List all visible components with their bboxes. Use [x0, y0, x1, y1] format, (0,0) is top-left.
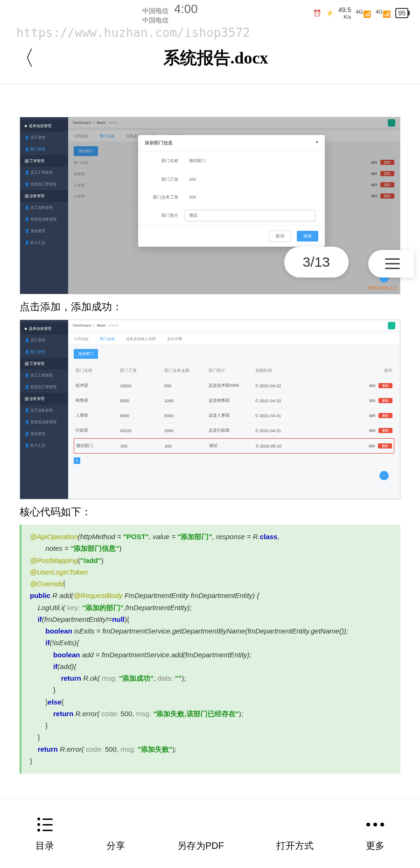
- sidebar-item[interactable]: 👤 部门管理: [20, 143, 68, 155]
- sidebar-item[interactable]: ▦ 业务管理: [20, 190, 68, 202]
- form-row: 部门工资200: [138, 171, 325, 188]
- hamburger-icon: [385, 258, 400, 269]
- back-button[interactable]: 〈: [14, 44, 35, 72]
- sidebar-title: ■ 基本信息管理: [20, 120, 68, 132]
- bottom-toolbar: 目录 分享 人 另存为PDF 打开方式 更多: [0, 798, 420, 868]
- signal-2: 4G📶: [376, 8, 391, 18]
- document-title: 系统报告.docx: [44, 47, 387, 70]
- table-row: 测试部门200200测试© 2022-05-10编辑删除: [74, 438, 394, 454]
- department-table: 部门名称部门工资部门业务金额部门简介创建时间操作 技术部19824500这是技术…: [74, 363, 394, 454]
- add-department-button[interactable]: 添加部门: [74, 349, 98, 359]
- table-row: 行政部452202000这是行政部© 2021-04-21编辑删除: [74, 423, 394, 438]
- app-sidebar: ■ 基本信息管理 👤 员工管理👤 部门管理▦ 工资管理👤 员工工资管理👤 管理员…: [20, 320, 68, 499]
- form-row: 部门业务工资200: [138, 188, 325, 206]
- form-input[interactable]: 测试: [185, 210, 315, 221]
- paragraph-1: 点击添加，添加成功：: [20, 300, 400, 314]
- save-pdf-button[interactable]: 人 另存为PDF: [177, 814, 224, 852]
- form-row: 部门名称测试部门: [138, 151, 325, 171]
- sidebar-item[interactable]: 👤 收入汇总: [20, 440, 68, 451]
- battery-icon: 95: [395, 8, 408, 18]
- table-row: 销售部83001000这是销售部© 2021-04-22编辑删除: [74, 393, 394, 408]
- sidebar-item[interactable]: 👤 系统管理: [20, 225, 68, 237]
- tab-company[interactable]: 公司信息: [74, 336, 89, 342]
- edit-button[interactable]: 编辑: [369, 414, 376, 417]
- sidebar-item[interactable]: 👤 员工工资管理: [20, 167, 68, 178]
- sidebar-item[interactable]: 👤 收入汇总: [20, 237, 68, 249]
- page-indicator: 3/13: [284, 247, 349, 277]
- tab-department[interactable]: 部门信息: [100, 336, 115, 342]
- clock-time: 4:00: [174, 2, 198, 16]
- tab-expense[interactable]: 支出详情: [167, 336, 182, 342]
- delete-button[interactable]: 删除: [378, 413, 392, 418]
- more-button[interactable]: 更多: [366, 814, 385, 852]
- form-label: 部门业务工资: [147, 194, 185, 200]
- ime-badge: 搜狗拼音输入法: [368, 285, 397, 291]
- app-topbar: Dashboard / Basic admin: [68, 320, 400, 330]
- open-with-button[interactable]: 打开方式: [276, 814, 314, 852]
- submit-button[interactable]: 添加: [297, 231, 318, 242]
- sidebar-item[interactable]: 👤 管理员工资管理: [20, 178, 68, 190]
- edit-button[interactable]: 编辑: [369, 444, 375, 448]
- delete-button[interactable]: 删除: [378, 383, 392, 388]
- delete-button[interactable]: 删除: [378, 428, 392, 433]
- modal-title: 添加部门信息: [145, 140, 173, 146]
- add-department-modal: 添加部门信息× 部门名称测试部门部门工资200部门业务工资200部门简介测试 取…: [138, 135, 325, 247]
- sidebar-item[interactable]: 👤 员工业务管理: [20, 202, 68, 213]
- delete-button[interactable]: 删除: [378, 398, 392, 403]
- form-label: 部门名称: [147, 158, 185, 164]
- sidebar-item[interactable]: 👤 员工工资管理: [20, 370, 68, 381]
- page-1[interactable]: 1: [74, 457, 80, 464]
- watermark-url: https://www.huzhan.com/ishop3572: [0, 26, 420, 40]
- paragraph-2: 核心代码如下：: [20, 505, 400, 519]
- close-icon[interactable]: ×: [315, 140, 318, 146]
- sidebar-item[interactable]: 👤 管理员业务管理: [20, 416, 68, 428]
- form-input[interactable]: 200: [185, 192, 315, 202]
- toc-button[interactable]: 目录: [35, 814, 54, 852]
- more-icon: [366, 814, 384, 835]
- sidebar-item[interactable]: ▦ 工资管理: [20, 155, 68, 167]
- sidebar-item[interactable]: ▦ 业务管理: [20, 393, 68, 405]
- code-block: @ApiOperation(httpMethod = "POST", value…: [20, 525, 400, 774]
- sidebar-item[interactable]: 👤 员工管理: [20, 334, 68, 346]
- form-row: 部门简介测试: [138, 206, 325, 225]
- cancel-button[interactable]: 取消: [269, 230, 291, 242]
- sidebar-item[interactable]: 👤 部门管理: [20, 346, 68, 358]
- edit-button[interactable]: 编辑: [369, 429, 376, 432]
- tab-business[interactable]: 业务及创收人员榜: [126, 336, 156, 342]
- sidebar-item[interactable]: 👤 系统管理: [20, 428, 68, 440]
- form-label: 部门工资: [147, 177, 185, 183]
- floating-action-button[interactable]: [379, 471, 389, 480]
- table-row: 技术部19824500这是技术部0000© 2021-04-22编辑删除: [74, 378, 394, 393]
- bluetooth-icon: ⚡: [326, 9, 334, 17]
- signal-1: 4G📶: [356, 8, 371, 18]
- edit-button[interactable]: 编辑: [369, 399, 376, 402]
- sidebar-item[interactable]: 👤 员工业务管理: [20, 405, 68, 416]
- status-bar: 中国电信4:00 中国电信 ⏰ ⚡ 49.5K/s 4G📶 4G📶 95: [0, 0, 420, 26]
- title-bar: 〈 系统报告.docx: [0, 40, 420, 84]
- app-sidebar: ■ 基本信息管理 👤 员工管理👤 部门管理▦ 工资管理👤 员工工资管理👤 管理员…: [20, 117, 68, 294]
- embedded-screenshot-1: ■ 基本信息管理 👤 员工管理👤 部门管理▦ 工资管理👤 员工工资管理👤 管理员…: [20, 117, 400, 294]
- sidebar-item[interactable]: ▦ 工资管理: [20, 358, 68, 370]
- table-header: 部门名称部门工资部门业务金额部门简介创建时间操作: [74, 363, 394, 378]
- embedded-screenshot-2: ■ 基本信息管理 👤 员工管理👤 部门管理▦ 工资管理👤 员工工资管理👤 管理员…: [20, 320, 400, 499]
- net-speed-unit: K/s: [343, 14, 351, 20]
- share-button[interactable]: 分享: [106, 814, 125, 852]
- tabs: 公司信息 部门信息 业务及创收人员榜 支出详情: [68, 333, 400, 344]
- carrier-2: 中国电信: [142, 16, 313, 24]
- sidebar-item[interactable]: 👤 管理员业务管理: [20, 213, 68, 225]
- form-label: 部门简介: [147, 213, 185, 219]
- table-row: 人事部56005000这是人事部© 2021-04-21编辑删除: [74, 408, 394, 423]
- alarm-icon: ⏰: [313, 9, 321, 17]
- form-input[interactable]: 200: [185, 174, 315, 185]
- divider: [0, 84, 420, 84]
- sidebar-title: ■ 基本信息管理: [20, 323, 68, 334]
- sidebar-item[interactable]: 👤 管理员工资管理: [20, 381, 68, 393]
- edit-button[interactable]: 编辑: [369, 384, 376, 387]
- profile-button[interactable]: [388, 322, 395, 329]
- list-icon: [37, 814, 53, 835]
- sidebar-item[interactable]: 👤 员工管理: [20, 132, 68, 143]
- delete-button[interactable]: 删除: [378, 443, 392, 448]
- net-speed: 49.5: [338, 6, 351, 14]
- form-input[interactable]: 测试部门: [185, 155, 315, 167]
- side-menu-button[interactable]: [368, 250, 414, 277]
